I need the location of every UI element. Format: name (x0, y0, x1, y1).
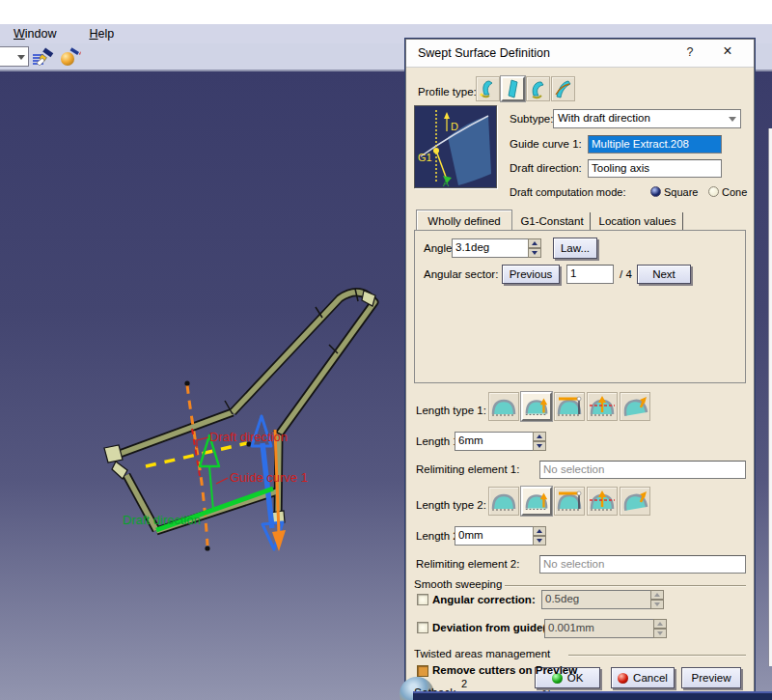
profile-explicit-button[interactable] (476, 76, 500, 101)
profile-explicit-icon (478, 78, 498, 99)
background-window-edge (768, 128, 772, 666)
tab-location-values[interactable]: Location values (593, 212, 683, 230)
relimiting-2-field[interactable]: No selection (539, 555, 746, 574)
spin-down-icon[interactable] (528, 248, 541, 258)
draft-direction-label-red: Draft direction (209, 430, 288, 444)
menu-window[interactable]: Window (10, 26, 60, 42)
label-leader (216, 478, 228, 484)
length-type1-limit-button[interactable] (587, 392, 618, 421)
length-type1-tangent-button[interactable] (620, 392, 650, 421)
tab-wholly-defined[interactable]: Wholly defined (416, 210, 512, 231)
sector-index-field[interactable]: 1 (566, 265, 614, 284)
relimiting-2-label: Relimiting element 2: (416, 558, 519, 570)
profile-line-icon (503, 78, 523, 99)
dialog-titlebar[interactable]: Swept Surface Definition ? × (406, 40, 754, 68)
spin-down-icon[interactable] (533, 536, 546, 546)
dome-top-bar-icon (555, 489, 584, 514)
axis-endpoint-dot (184, 380, 189, 385)
relimiting-1-label: Relimiting element 1: (416, 463, 519, 475)
app-window: Window Help (0, 0, 772, 700)
radio-square-label: Square (664, 186, 698, 198)
deviation-checkbox[interactable] (417, 622, 428, 633)
sphere-pen-icon[interactable] (59, 46, 82, 68)
length-type-1-label: Length type 1: (416, 405, 486, 416)
radio-cone-label: Cone (722, 186, 747, 198)
spin-down-icon[interactable] (533, 441, 546, 451)
swept-surface-dialog: Swept Surface Definition ? × Profile typ… (405, 39, 755, 700)
twisted-areas-group-label: Twisted areas management (414, 648, 550, 659)
model-frame (120, 293, 374, 531)
tab-g1-constant[interactable]: G1-Constant (514, 212, 591, 230)
deviation-spinner: 0.001mm (544, 619, 667, 638)
radio-cone[interactable] (708, 186, 719, 197)
subtype-dropdown[interactable]: With draft direction (553, 109, 741, 128)
spin-up-icon[interactable] (533, 432, 546, 441)
dome-arrow-dashline-icon (588, 394, 617, 419)
subtype-preview-image: D G1 A (414, 105, 497, 188)
angular-correction-spinner: 0.5deg (541, 590, 664, 609)
deviation-label: Deviation from guide(s): (432, 622, 560, 633)
next-button[interactable]: Next (637, 265, 691, 284)
length-type1-plane-button[interactable] (554, 392, 585, 421)
spin-down-icon (653, 629, 667, 638)
cancel-button[interactable]: Cancel (611, 667, 675, 688)
sector-total-label: / 4 (620, 268, 632, 280)
thumb-d-label: D (451, 121, 458, 132)
relimiting-1-field[interactable]: No selection (539, 461, 746, 479)
smooth-sweeping-group-label: Smooth sweeping (414, 578, 502, 590)
length-type2-extrapolated-button[interactable] (521, 487, 552, 516)
background-window-bottom-bar (413, 691, 772, 700)
length-type2-tangent-button[interactable] (620, 487, 650, 516)
profile-circle-button[interactable] (526, 76, 550, 101)
remove-cutters-checkbox[interactable] (417, 665, 428, 677)
length-type2-plane-button[interactable] (554, 487, 585, 516)
law-button[interactable]: Law... (553, 238, 597, 259)
dome-arrow-dashline-icon (588, 489, 617, 514)
help-icon[interactable]: ? (682, 45, 698, 59)
close-icon[interactable]: × (718, 42, 737, 60)
profile-line-button[interactable] (501, 76, 525, 101)
profile-type-label: Profile type: (418, 86, 477, 98)
profile-conic-icon (553, 78, 573, 99)
titlebar-strip (0, 0, 772, 24)
spin-up-icon[interactable] (528, 238, 541, 248)
dome-arrow-right-icon (523, 489, 550, 514)
subtype-label: Subtype: (510, 113, 553, 125)
chevron-down-icon (729, 117, 736, 122)
length-type2-limit-button[interactable] (587, 487, 618, 516)
dome-plain-icon (489, 489, 518, 514)
dome-top-bar-icon (555, 394, 584, 419)
graphic-properties-combo[interactable] (0, 46, 29, 67)
remove-cutters-label: Remove cutters on Preview (432, 664, 577, 676)
group-divider (568, 655, 746, 656)
paintbrush-icon[interactable] (32, 46, 55, 68)
profile-circle-icon (528, 78, 548, 99)
angle-label: Angle: (424, 242, 455, 254)
draft-direction-field[interactable]: Tooling axis (588, 159, 722, 178)
spin-up-icon[interactable] (533, 526, 546, 536)
angular-sector-label: Angular sector: (424, 268, 498, 280)
length-2-spinner[interactable]: 0mm (455, 526, 546, 546)
previous-button[interactable]: Previous (502, 265, 560, 284)
draft-mode-label: Draft computation mode: (510, 186, 625, 198)
chevron-down-icon (17, 55, 25, 60)
guide-curve-field[interactable]: Multiple Extract.208 (588, 135, 722, 154)
blue-direction-shaft (262, 443, 272, 528)
length-type1-standard-button[interactable] (488, 392, 519, 421)
angle-spinner[interactable]: 3.1deg (452, 238, 541, 258)
group-divider (505, 585, 746, 586)
menu-help[interactable]: Help (85, 26, 118, 42)
length-1-spinner[interactable]: 6mm (455, 432, 546, 451)
green-arrow-shaft (209, 466, 213, 510)
thumb-g1-label: G1 (418, 152, 432, 163)
axis-endpoint-dot (205, 546, 209, 550)
profile-conic-button[interactable] (551, 76, 575, 101)
dome-arrow-right-icon (523, 394, 550, 419)
radio-square[interactable] (650, 186, 661, 197)
dome-bent-arrow-icon (620, 489, 649, 514)
spin-down-icon (650, 600, 664, 609)
length-type2-standard-button[interactable] (488, 487, 519, 516)
length-type1-extrapolated-button[interactable] (521, 392, 552, 421)
angular-correction-checkbox[interactable] (417, 594, 428, 605)
preview-button[interactable]: Preview (681, 667, 741, 688)
